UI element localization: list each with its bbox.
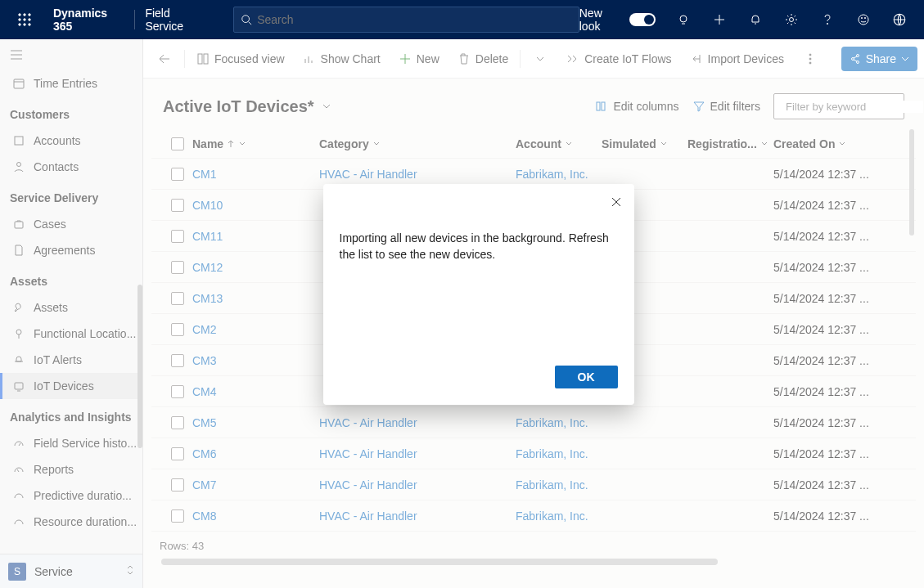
account-button[interactable] xyxy=(881,0,917,39)
view-title[interactable]: Active IoT Devices* xyxy=(163,97,314,116)
cell-category[interactable]: HVAC - Air Handler xyxy=(319,168,417,181)
row-checkbox[interactable] xyxy=(171,416,184,429)
filter-keyword-box[interactable] xyxy=(773,93,904,119)
nav-cases[interactable]: Cases xyxy=(0,211,142,237)
cell-account[interactable]: Fabrikam, Inc. xyxy=(516,447,588,460)
app-name-label[interactable]: Field Service xyxy=(135,7,217,33)
row-checkbox[interactable] xyxy=(171,323,184,336)
cell-name[interactable]: CM13 xyxy=(192,292,223,305)
row-checkbox[interactable] xyxy=(171,168,184,181)
share-button[interactable]: Share xyxy=(841,47,917,71)
new-look-toggle[interactable]: New look xyxy=(579,7,656,33)
cell-name[interactable]: CM8 xyxy=(192,509,217,523)
cell-name[interactable]: CM12 xyxy=(192,261,223,274)
show-chart-button[interactable]: Show Chart xyxy=(296,44,387,74)
cell-category[interactable]: HVAC - Air Handler xyxy=(319,447,417,460)
search-input[interactable] xyxy=(257,13,572,26)
table-row[interactable]: CM8HVAC - Air HandlerFabrikam, Inc.5/14/… xyxy=(151,500,916,532)
nav-predictive-duration[interactable]: Predictive duratio... xyxy=(0,483,142,509)
row-checkbox[interactable] xyxy=(171,478,184,491)
feedback-button[interactable] xyxy=(845,0,881,39)
nav-resource-duration[interactable]: Resource duration... xyxy=(0,509,142,535)
cell-name[interactable]: CM6 xyxy=(192,447,217,460)
create-iot-flows-button[interactable]: Create IoT Flows xyxy=(560,44,678,74)
nav-contacts[interactable]: Contacts xyxy=(0,154,142,180)
back-button[interactable] xyxy=(150,44,179,74)
settings-button[interactable] xyxy=(773,0,809,39)
brand-label[interactable]: Dynamics 365 xyxy=(43,7,134,33)
table-row[interactable]: CM5HVAC - Air HandlerFabrikam, Inc.5/14/… xyxy=(151,407,916,438)
select-all-checkbox[interactable] xyxy=(171,137,184,150)
nav-iot-alerts[interactable]: IoT Alerts xyxy=(0,347,142,373)
row-checkbox[interactable] xyxy=(171,261,184,274)
delete-button[interactable]: Delete xyxy=(451,44,515,74)
area-picker-button[interactable]: S Service xyxy=(0,554,142,588)
gauge-icon xyxy=(13,490,25,501)
top-bar: Dynamics 365 Field Service New look xyxy=(0,0,924,39)
row-checkbox[interactable] xyxy=(171,509,184,523)
cell-name[interactable]: CM3 xyxy=(192,354,217,367)
grid-horizontal-scrollbar[interactable] xyxy=(161,559,718,565)
cell-category[interactable]: HVAC - Air Handler xyxy=(319,478,417,491)
cell-name[interactable]: CM10 xyxy=(192,199,223,212)
global-search[interactable] xyxy=(233,7,579,33)
row-checkbox[interactable] xyxy=(171,199,184,212)
sidebar-collapse-button[interactable] xyxy=(0,39,142,70)
focused-view-button[interactable]: Focused view xyxy=(190,44,291,74)
row-checkbox[interactable] xyxy=(171,354,184,367)
cell-name[interactable]: CM11 xyxy=(192,230,223,243)
table-row[interactable]: CM7HVAC - Air HandlerFabrikam, Inc.5/14/… xyxy=(151,469,916,500)
cell-name[interactable]: CM2 xyxy=(192,323,217,336)
nav-iot-devices[interactable]: IoT Devices xyxy=(0,373,142,399)
filter-keyword-input[interactable] xyxy=(786,101,923,113)
cell-name[interactable]: CM4 xyxy=(192,385,217,398)
nav-accounts[interactable]: Accounts xyxy=(0,128,142,154)
edit-filters-button[interactable]: Edit filters xyxy=(692,100,760,113)
nav-reports[interactable]: Reports xyxy=(0,456,142,483)
cell-account[interactable]: Fabrikam, Inc. xyxy=(516,478,588,491)
sidebar-scrollbar[interactable] xyxy=(137,285,142,530)
column-header-created-on[interactable]: Created On xyxy=(773,137,872,150)
table-row[interactable]: CM6HVAC - Air HandlerFabrikam, Inc.5/14/… xyxy=(151,438,916,469)
add-button[interactable] xyxy=(701,0,737,39)
column-header-account[interactable]: Account xyxy=(516,137,602,150)
svg-point-20 xyxy=(864,17,865,18)
column-header-category[interactable]: Category xyxy=(319,137,516,150)
nav-agreements[interactable]: Agreements xyxy=(0,237,142,263)
chevron-down-icon[interactable] xyxy=(321,101,332,112)
nav-functional-locations[interactable]: Functional Locatio... xyxy=(0,321,142,347)
cell-account[interactable]: Fabrikam, Inc. xyxy=(516,509,588,523)
cell-name[interactable]: CM5 xyxy=(192,416,217,429)
nav-label: Time Entries xyxy=(34,77,97,90)
cell-category[interactable]: HVAC - Air Handler xyxy=(319,416,417,429)
row-checkbox[interactable] xyxy=(171,385,184,398)
cell-name[interactable]: CM7 xyxy=(192,478,217,491)
cell-account[interactable]: Fabrikam, Inc. xyxy=(516,416,588,429)
new-button[interactable]: New xyxy=(392,44,446,74)
row-checkbox[interactable] xyxy=(171,292,184,305)
column-header-registration[interactable]: Registratio... xyxy=(687,137,773,150)
import-devices-button[interactable]: Import Devices xyxy=(683,44,791,74)
cell-name[interactable]: CM1 xyxy=(192,168,217,181)
row-checkbox[interactable] xyxy=(171,447,184,460)
nav-assets[interactable]: Assets xyxy=(0,294,142,321)
overflow-button[interactable] xyxy=(796,44,825,74)
column-header-name[interactable]: Name xyxy=(192,137,319,150)
delete-dropdown-button[interactable] xyxy=(525,44,555,74)
edit-columns-button[interactable]: Edit columns xyxy=(595,100,678,113)
dialog-close-button[interactable] xyxy=(610,195,623,211)
cell-account[interactable]: Fabrikam, Inc. xyxy=(516,168,588,181)
row-checkbox[interactable] xyxy=(171,230,184,243)
app-launcher-button[interactable] xyxy=(7,13,43,26)
column-header-simulated[interactable]: Simulated xyxy=(602,137,687,150)
light-bulb-button[interactable] xyxy=(665,0,701,39)
help-button[interactable] xyxy=(809,0,845,39)
cell-category[interactable]: HVAC - Air Handler xyxy=(319,509,417,523)
nav-time-entries[interactable]: Time Entries xyxy=(0,70,142,97)
grid-vertical-scrollbar[interactable] xyxy=(909,129,914,236)
chevron-down-icon xyxy=(760,140,768,148)
notifications-button[interactable] xyxy=(737,0,773,39)
svg-rect-39 xyxy=(204,54,208,64)
dialog-ok-button[interactable]: OK xyxy=(555,366,618,388)
nav-fs-historical[interactable]: Field Service histo... xyxy=(0,430,142,456)
